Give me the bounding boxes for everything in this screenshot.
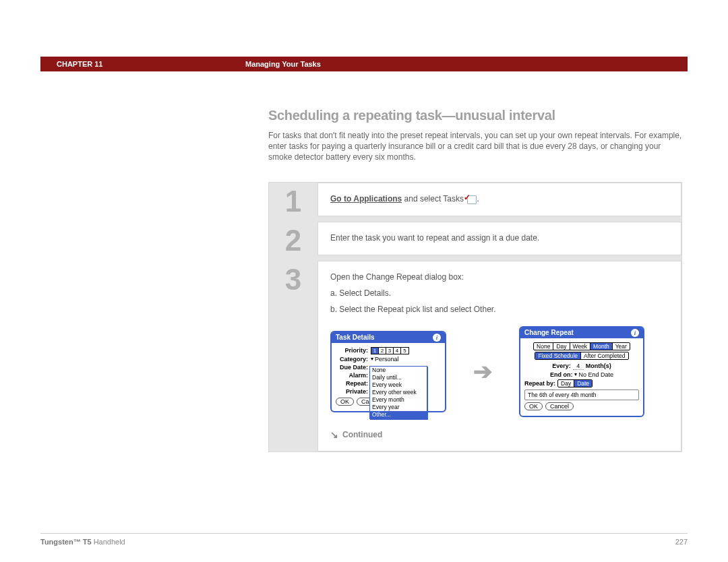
- step-body: Open the Change Repeat dialog box: a. Se…: [317, 261, 681, 451]
- dialog-body: Priority: 1 2 3 4 5 Category:: [332, 343, 445, 411]
- continued-label: Continued: [342, 430, 382, 439]
- dialog-title: Task Details: [336, 334, 375, 341]
- chapter-number: CHAPTER 11: [57, 60, 245, 68]
- tasks-icon: [466, 194, 477, 204]
- priority-1[interactable]: 1: [371, 348, 379, 354]
- applications-link[interactable]: Go to Applications: [330, 194, 402, 204]
- private-label: Private:: [336, 388, 371, 395]
- repeat-summary: The 6th of every 4th month: [524, 389, 639, 400]
- repeat-popup[interactable]: None Daily until... Every week Every oth…: [369, 366, 427, 419]
- substep-a: a. Select Details.: [330, 288, 669, 298]
- info-icon[interactable]: i: [631, 329, 639, 337]
- step-number: 2: [269, 222, 317, 255]
- mode-after[interactable]: After Completed: [581, 352, 628, 359]
- step-number: 1: [269, 183, 317, 216]
- repeat-by-date[interactable]: Date: [574, 380, 592, 387]
- popup-option[interactable]: Every year: [370, 404, 427, 411]
- substep-b: b. Select the Repeat pick list and selec…: [330, 305, 669, 314]
- tab-day[interactable]: Day: [553, 343, 570, 350]
- tab-week[interactable]: Week: [570, 343, 591, 350]
- mode-fixed[interactable]: Fixed Schedule: [535, 352, 581, 359]
- priority-label: Priority:: [336, 347, 371, 354]
- step-1: 1 Go to Applications and select Tasks .: [269, 183, 681, 216]
- every-unit: Month(s): [586, 363, 611, 369]
- tab-month[interactable]: Month: [590, 343, 613, 350]
- tab-year[interactable]: Year: [613, 343, 630, 350]
- section-heading: Scheduling a repeating task—unusual inte…: [268, 108, 682, 123]
- chapter-title: Managing Your Tasks: [245, 60, 321, 68]
- steps-container: 1 Go to Applications and select Tasks . …: [268, 182, 682, 452]
- due-date-label: Due Date:: [336, 364, 371, 371]
- repeat-label: Repeat:: [336, 380, 371, 387]
- popup-option[interactable]: Every week: [370, 381, 427, 389]
- continued-arrow-icon: ↘: [330, 429, 338, 440]
- priority-4[interactable]: 4: [394, 348, 401, 354]
- category-label: Category:: [336, 356, 371, 363]
- dialog-body: None Day Week Month Year Fixed Schedule: [520, 338, 643, 416]
- popup-option[interactable]: Every other week: [370, 389, 427, 396]
- section-intro: For tasks that don't fit neatly into the…: [268, 130, 682, 163]
- priority-2[interactable]: 2: [379, 348, 386, 354]
- end-on-label: End on:: [550, 371, 573, 378]
- step-text: and select Tasks: [402, 194, 466, 204]
- product-name: Tungsten™ T5 Handheld: [40, 538, 125, 546]
- page-footer: Tungsten™ T5 Handheld 227: [40, 533, 688, 546]
- ok-button[interactable]: OK: [336, 398, 354, 406]
- interval-tabs[interactable]: None Day Week Month Year: [533, 342, 630, 350]
- ok-button[interactable]: OK: [524, 402, 543, 410]
- period: .: [477, 194, 479, 204]
- priority-selector[interactable]: 1 2 3 4 5: [371, 347, 409, 354]
- popup-option[interactable]: Daily until...: [370, 374, 427, 381]
- mode-tabs[interactable]: Fixed Schedule After Completed: [535, 352, 628, 360]
- popup-option[interactable]: None: [370, 367, 427, 374]
- change-repeat-dialog: Change Repeat i None Day Week Month Ye: [519, 326, 644, 417]
- every-label: Every:: [552, 363, 571, 369]
- step-2: 2 Enter the task you want to repeat and …: [269, 222, 681, 255]
- chapter-header-bar: CHAPTER 11 Managing Your Tasks: [40, 57, 688, 71]
- dialog-title: Change Repeat: [524, 329, 574, 336]
- main-content: Scheduling a repeating task—unusual inte…: [268, 108, 682, 452]
- repeat-by-label: Repeat by:: [524, 380, 555, 387]
- priority-5[interactable]: 5: [401, 348, 408, 354]
- step-body: Enter the task you want to repeat and as…: [317, 222, 681, 255]
- alarm-label: Alarm:: [336, 372, 371, 379]
- dialog-titlebar: Task Details i: [332, 332, 445, 343]
- popup-option[interactable]: Every month: [370, 396, 427, 404]
- step-number: 3: [269, 261, 317, 451]
- continued-indicator: ↘ Continued: [330, 429, 669, 440]
- step-text: Open the Change Repeat dialog box:: [330, 272, 669, 282]
- priority-3[interactable]: 3: [386, 348, 394, 354]
- screenshot-row: Task Details i Priority: 1 2 3 4: [330, 326, 669, 417]
- tab-none[interactable]: None: [534, 343, 553, 350]
- cancel-button[interactable]: Cancel: [545, 402, 574, 410]
- end-on-picklist[interactable]: No End Date: [574, 371, 613, 378]
- step-body: Go to Applications and select Tasks .: [317, 183, 681, 216]
- every-value-input[interactable]: 4: [573, 363, 584, 370]
- step-3: 3 Open the Change Repeat dialog box: a. …: [269, 261, 681, 451]
- repeat-by-day[interactable]: Day: [558, 380, 574, 387]
- arrow-right-icon: ➔: [473, 358, 492, 385]
- repeat-by-selector[interactable]: Day Date: [557, 379, 593, 387]
- popup-option-selected[interactable]: Other...: [370, 411, 427, 418]
- category-picklist[interactable]: Personal: [371, 356, 399, 363]
- info-icon[interactable]: i: [433, 334, 441, 342]
- page-number: 227: [675, 538, 688, 546]
- dialog-titlebar: Change Repeat i: [520, 327, 643, 338]
- task-details-dialog: Task Details i Priority: 1 2 3 4: [330, 331, 446, 412]
